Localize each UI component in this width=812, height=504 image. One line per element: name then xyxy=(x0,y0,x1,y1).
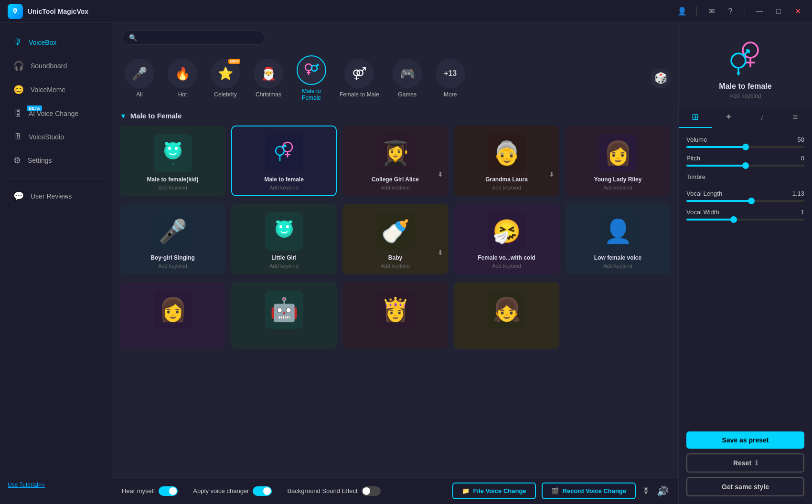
voice-keybind-kid[interactable]: Add keybind xyxy=(158,185,187,190)
svg-text:♀: ♀ xyxy=(171,161,175,166)
pitch-slider[interactable] xyxy=(686,165,804,167)
voice-keybind-mtf[interactable]: Add keybind xyxy=(269,185,299,190)
record-voice-change-button[interactable]: 🎬 Record Voice Change xyxy=(542,483,636,499)
sidebar-label-soundboard: Soundboard xyxy=(31,62,67,70)
voice-icon-grandma: 👵 xyxy=(488,134,526,172)
volume-label-row: Volume 50 xyxy=(686,136,804,143)
voice-name-mtf: Male to female xyxy=(264,176,304,183)
voice-keybind-baby[interactable]: Add keybind xyxy=(381,263,410,269)
tutorial-link[interactable]: Use Tutorial>> xyxy=(8,482,45,488)
voice-icon-riley: 👩 xyxy=(599,134,637,172)
maximize-button[interactable]: □ xyxy=(772,5,785,18)
sidebar-item-settings[interactable]: ⚙ Settings xyxy=(4,149,108,171)
voice-card-male-female[interactable]: Male to female Add keybind xyxy=(231,126,337,196)
voice-card-r3-1[interactable]: 👩 xyxy=(120,282,225,349)
volume-fill xyxy=(686,146,746,148)
right-panel: Male to female Add keybind ⊞ ✦ ♪ ≡ Volum… xyxy=(678,23,812,504)
voice-card-r3-3[interactable]: 👸 xyxy=(342,282,448,349)
voice-keybind-college[interactable]: Add keybind xyxy=(381,185,410,190)
sidebar-item-voicestudio[interactable]: 🎚 VoiceStudio xyxy=(4,126,108,147)
apply-voice-toggle[interactable] xyxy=(253,486,272,496)
voice-grid-row2: 🎤 Boy-girl Singing Add keybind xyxy=(120,204,671,274)
vocal-length-fill xyxy=(686,200,751,202)
voice-card-low-female[interactable]: 👤 Low female voice Add keybind xyxy=(565,204,671,274)
voice-keybind-riley[interactable]: Add keybind xyxy=(603,185,632,190)
voice-card-singing[interactable]: 🎤 Boy-girl Singing Add keybind xyxy=(120,204,225,274)
profile-icon[interactable]: 👤 xyxy=(675,5,689,18)
apply-voice-toggle-item: Apply voice changer xyxy=(193,486,272,496)
voice-grid-area: ▼ Male to Female xyxy=(112,108,678,477)
volume-slider[interactable] xyxy=(686,146,804,148)
bg-sound-toggle[interactable] xyxy=(362,486,381,496)
tab-hot[interactable]: 🔥 Hot xyxy=(163,56,202,101)
vocal-length-slider[interactable] xyxy=(686,200,804,202)
panel-tab-tune[interactable]: ≡ xyxy=(779,107,812,128)
tab-all[interactable]: 🎤 All xyxy=(120,56,159,101)
reset-button[interactable]: Reset ℹ xyxy=(686,453,804,472)
pitch-fill xyxy=(686,165,746,167)
tab-all-icon-wrap: 🎤 xyxy=(125,59,154,88)
panel-hero-keybind[interactable]: Add keybind xyxy=(729,93,761,99)
effects-tab-icon: ✦ xyxy=(725,112,732,122)
content-area: 🔍 🎤 All 🔥 Hot ⭐ NEW xyxy=(112,23,678,504)
voice-card-r3-2[interactable]: 🤖 xyxy=(231,282,337,349)
bottom-right-buttons: 📁 File Voice Change 🎬 Record Voice Chang… xyxy=(452,483,669,499)
hero-svg-wrap xyxy=(722,34,769,82)
r3-2-icon: 🤖 xyxy=(270,296,299,323)
volume-icon[interactable]: 🔊 xyxy=(657,485,669,497)
voice-name-little-girl: Little Girl xyxy=(271,254,297,261)
settings-icon: ⚙ xyxy=(13,155,21,166)
voice-card-college-girl[interactable]: 👩‍🎓 ⬇ College Girl Alice Add keybind xyxy=(342,126,448,196)
panel-tab-music[interactable]: ♪ xyxy=(746,107,779,128)
panel-tab-general[interactable]: ⊞ xyxy=(679,107,712,128)
tab-more[interactable]: +13 More xyxy=(431,56,470,101)
tab-celebrity[interactable]: ⭐ NEW Celebrity xyxy=(206,56,245,101)
hear-myself-toggle[interactable] xyxy=(159,486,178,496)
file-voice-change-button[interactable]: 📁 File Voice Change xyxy=(452,483,536,499)
panel-tab-effects[interactable]: ✦ xyxy=(712,107,746,128)
tab-femaletomale[interactable]: ⚤ Female to Male xyxy=(335,56,384,101)
vocal-length-value: 1.13 xyxy=(792,190,804,197)
mail-icon[interactable]: ✉ xyxy=(705,5,718,18)
pitch-label: Pitch xyxy=(686,155,700,162)
voice-card-r3-4[interactable]: 👧 xyxy=(454,282,559,349)
singing-emoji: 🎤 xyxy=(159,218,187,245)
tab-games[interactable]: 🎮 Games xyxy=(388,56,427,101)
panel-hero: Male to female Add keybind xyxy=(679,23,812,107)
reset-info-icon: ℹ xyxy=(755,459,758,467)
voice-keybind-grandma[interactable]: Add keybind xyxy=(492,185,521,190)
voice-keybind-singing[interactable]: Add keybind xyxy=(158,263,187,269)
save-preset-button[interactable]: Save as preset xyxy=(686,431,804,449)
voice-grid-row1: ♀ Male to female(kid) Add keybind xyxy=(120,126,671,196)
sidebar-item-userreviews[interactable]: 💬 User Reviews xyxy=(4,185,108,207)
bottom-bar: Hear myself Apply voice changer Backgrou… xyxy=(112,477,678,504)
voice-card-female-cold[interactable]: 🤧 Female vo...with cold Add keybind xyxy=(454,204,559,274)
voice-keybind-cold[interactable]: Add keybind xyxy=(492,263,521,269)
same-style-button[interactable]: Get same style xyxy=(686,477,804,496)
voice-keybind-little-girl[interactable]: Add keybind xyxy=(269,263,299,269)
voice-card-baby[interactable]: 🍼 ⬇ Baby Add keybind xyxy=(342,204,448,274)
microphone-icon[interactable]: 🎙 xyxy=(641,485,651,496)
sidebar-item-voicebox[interactable]: 🎙 VoiceBox xyxy=(4,32,108,53)
voice-card-little-girl[interactable]: Little Girl Add keybind xyxy=(231,204,337,274)
help-icon[interactable]: ? xyxy=(724,5,737,18)
voice-card-grandma[interactable]: 👵 ⬇ Grandma Laura Add keybind xyxy=(454,126,559,196)
voice-card-riley[interactable]: 👩 Young Lady Riley Add keybind xyxy=(565,126,671,196)
riley-emoji: 👩 xyxy=(604,140,632,167)
random-button[interactable]: 🎲 xyxy=(651,68,671,88)
voice-icon-low-female: 👤 xyxy=(599,212,637,251)
sidebar-item-aivoicechange[interactable]: 🎛 AI Voice Change BETA xyxy=(4,103,108,124)
minimize-button[interactable]: — xyxy=(753,5,766,18)
voice-card-male-female-kid[interactable]: ♀ Male to female(kid) Add keybind xyxy=(120,126,225,196)
search-input[interactable] xyxy=(141,34,256,42)
tab-christmas[interactable]: 🎅 Christmas xyxy=(249,56,288,101)
vocal-width-slider[interactable] xyxy=(686,219,804,220)
r3-1-icon: 👩 xyxy=(159,296,187,323)
close-button[interactable]: ✕ xyxy=(791,5,804,18)
voice-keybind-low-female[interactable]: Add keybind xyxy=(603,263,632,269)
voice-grid-row3: 👩 🤖 👸 👧 xyxy=(120,282,671,349)
tab-maletofemale[interactable]: Male toFemale xyxy=(292,52,331,104)
sidebar-item-soundboard[interactable]: 🎧 Soundboard xyxy=(4,55,108,77)
main-layout: 🎙 VoiceBox 🎧 Soundboard 😊 VoiceMeme 🎛 AI… xyxy=(0,23,812,504)
sidebar-item-voicememe[interactable]: 😊 VoiceMeme xyxy=(4,79,108,101)
